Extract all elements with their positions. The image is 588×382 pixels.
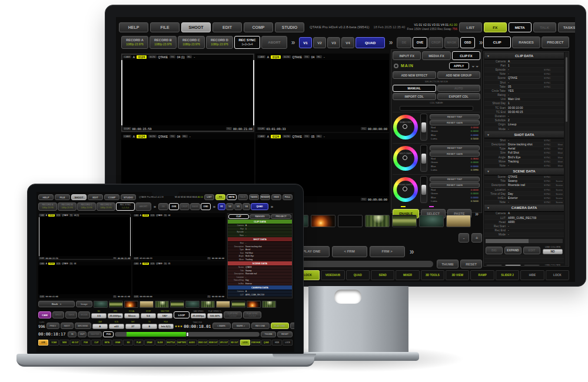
metadata-row[interactable]: HeadARRI (484, 220, 564, 224)
metadata-row[interactable]: Mode- (484, 233, 564, 237)
osd-toggle-button[interactable]: OVE (169, 203, 179, 210)
record-button[interactable]: RECORD B1080p 23.976 (58, 202, 77, 211)
clip-value-field[interactable]: a03 (109, 324, 124, 329)
view-select-button[interactable]: V1 (218, 203, 225, 210)
video-viewer[interactable]: CAMA 0124 SCNQTAKE TK04 RL- DUR03:01:09:… (255, 54, 389, 132)
toggle-button[interactable]: GPU OUT (219, 340, 229, 346)
video-viewer[interactable]: CAMA 0124 SCNQTAKE TK04 DUR03:01:09:33 T… (132, 213, 225, 260)
osd-toggle-button[interactable]: MASK (190, 203, 200, 210)
metadata-row[interactable]: UnitMain Unit (484, 98, 564, 102)
clip-panel-tab[interactable]: CLIP (228, 214, 249, 219)
clip-panel-tab[interactable]: RANGES (512, 36, 540, 48)
color-wheel[interactable]: MIDTONES (393, 146, 418, 171)
chevrons-right-icon[interactable]: » (211, 203, 217, 210)
import-cdl-button[interactable]: IMPORT CDL (393, 93, 436, 100)
header-button[interactable]: LIST (459, 22, 482, 32)
metadata-row[interactable]: CameraA (484, 59, 564, 64)
section-header-shot-data[interactable]: SHOT DATA (228, 237, 292, 242)
toggle-button[interactable]: 3D VIEW (446, 270, 469, 280)
chevrons-right-icon[interactable]: » (269, 203, 275, 210)
metadata-row[interactable]: Time of DayDay SYNCScene (484, 192, 564, 196)
clip-thumbnail[interactable] (311, 215, 335, 227)
metadata-row[interactable]: CameraA (484, 212, 564, 216)
toggle-button[interactable]: LOCK (240, 340, 250, 346)
out-button[interactable]: OUT (78, 331, 87, 337)
edit-button[interactable]: EDIT (523, 247, 540, 254)
toggle-button[interactable]: QUAD (261, 340, 271, 346)
metadata-row[interactable]: Mode- (484, 127, 564, 131)
menu-item[interactable]: EDIT (212, 22, 242, 32)
in-button[interactable]: IN (68, 331, 77, 337)
abort-button[interactable]: ABORT (261, 36, 287, 49)
meta-value-field[interactable]: 5.6 (141, 313, 156, 318)
view-select-button[interactable]: V4 (242, 203, 250, 210)
transport-button[interactable]: PLAY ONE (271, 323, 289, 329)
transport-button[interactable]: < FRM (332, 246, 367, 257)
toggle-button[interactable]: SEND (371, 270, 394, 280)
toggle-button[interactable]: AUDIO (187, 340, 197, 346)
metadata-row[interactable]: TC End00:00:40:15 (484, 110, 564, 114)
fx-tab[interactable]: CLIP FX (452, 51, 480, 60)
clip-thumbnail[interactable] (262, 301, 276, 308)
pos-button[interactable]: POS (103, 331, 114, 337)
manual-mode-button[interactable]: MANUAL (393, 85, 436, 92)
big-button[interactable]: BIG (486, 265, 503, 265)
meta-mode-button[interactable]: MODE (78, 311, 90, 318)
reset-tint-button[interactable]: RESET TINT (430, 114, 480, 119)
browse-button[interactable]: BROWSE (75, 323, 91, 329)
metadata-row[interactable]: SceneQTAKE SYNC (484, 77, 564, 81)
rec-sync-button[interactable]: REC SYNC 1+2+3+4 (116, 202, 135, 211)
clip-thumbnail[interactable] (338, 215, 363, 227)
toggle-button[interactable]: CLIP (91, 340, 101, 346)
record-button[interactable]: RECORD C1080p 23.976 (77, 202, 96, 211)
timeline-scrubber[interactable] (115, 332, 260, 337)
reset-tint-button[interactable]: RESET TINT (430, 177, 480, 182)
prev-button[interactable]: PREV (46, 323, 59, 329)
toggle-button[interactable]: SLIDE (155, 340, 165, 346)
metadata-row[interactable]: MoveTracking SYNCShot (484, 160, 564, 164)
reset-button[interactable]: RESET (277, 331, 293, 337)
expand-button[interactable]: EXPAND (504, 247, 521, 254)
toggle-button[interactable]: NDI OUT (230, 340, 240, 346)
export-cdl-button[interactable]: EXPORT CDL (437, 93, 481, 100)
view-select-button[interactable]: V1 (299, 37, 312, 48)
meta-value-field[interactable]: 3.5 (91, 313, 107, 318)
record-button[interactable]: RECORD D1080p 23.976 (206, 36, 233, 49)
clip-panel-tab[interactable]: CLIP (483, 36, 511, 48)
menu-item[interactable]: STUDIO (275, 22, 304, 32)
metadata-row[interactable]: DescriptionDrone tracking shot SYNCShot (484, 142, 564, 147)
metadata-row[interactable]: Rec End- (484, 229, 564, 233)
next-button[interactable]: NEXT (61, 323, 74, 329)
reset-gain-button[interactable]: RESET GAIN (430, 120, 480, 125)
wheel-cursor[interactable] (403, 155, 407, 160)
metadata-row[interactable]: TypeAerial SYNCShot (484, 147, 564, 151)
master-button[interactable]: MASTER (88, 331, 102, 337)
transport-button[interactable]: MARK > (232, 323, 250, 329)
metadata-row[interactable]: AngleBird's Eye SYNCShot (484, 155, 564, 160)
apply-button[interactable]: APPLY (449, 62, 469, 69)
clip-thumbnail[interactable] (231, 301, 245, 308)
clip-panel-tab[interactable]: RANGES (250, 214, 270, 219)
clip-thumbnail[interactable] (365, 215, 390, 227)
toggle-button[interactable]: LOCK (283, 340, 293, 346)
meta-mode-button[interactable]: TAKE (65, 311, 77, 318)
metadata-row[interactable]: Subclips2 (484, 119, 564, 123)
menu-item[interactable]: COMP (104, 194, 119, 200)
menu-item[interactable]: COMP (244, 22, 273, 32)
section-header-camera-data[interactable]: CAMERA DATA (228, 285, 292, 290)
color-wheel[interactable]: HIGHLIGHTS (393, 177, 418, 202)
toggle-button[interactable]: HDMI OUT (208, 340, 218, 346)
clip-thumbnail[interactable] (247, 301, 261, 308)
toggle-button[interactable]: SLIDER 2 (496, 270, 519, 280)
section-header-shot-data[interactable]: ▼ SHOT DATA (484, 131, 564, 138)
header-button[interactable]: TALK (238, 194, 248, 200)
abort-button[interactable]: ABORT (135, 202, 151, 211)
auto-mode-button[interactable]: AUTO (437, 85, 481, 92)
reset-button[interactable]: RESET (460, 260, 482, 268)
metadata-row[interactable]: Int/ExtExterior SYNCScene (484, 196, 564, 200)
luma-slider[interactable] (420, 114, 427, 141)
menu-item[interactable]: HELP (38, 194, 54, 200)
toggle-button[interactable]: GRAB (112, 340, 122, 346)
cam-button[interactable]: CAM (38, 311, 51, 318)
clip-thumbnail[interactable] (392, 215, 417, 227)
